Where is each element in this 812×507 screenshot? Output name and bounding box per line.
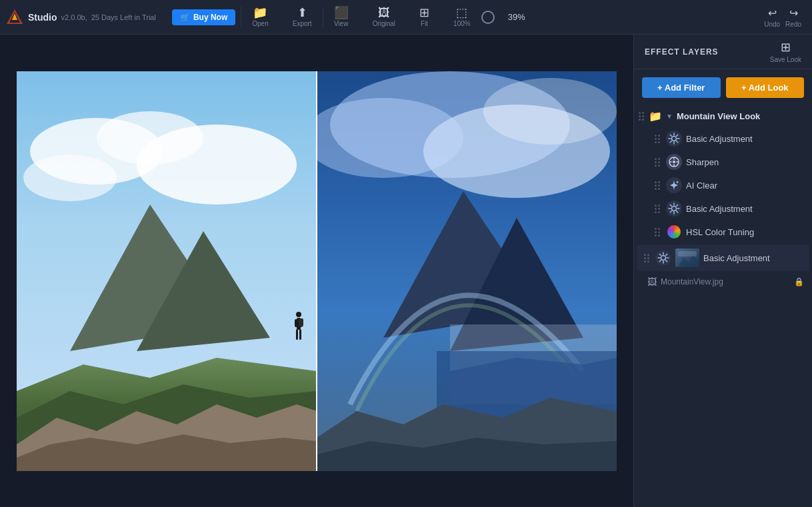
chevron-icon: ▼ — [666, 113, 673, 120]
export-button[interactable]: ⬆ Export — [287, 4, 317, 30]
svg-point-17 — [483, 78, 617, 145]
svg-point-35 — [672, 207, 677, 211]
svg-point-36 — [661, 256, 666, 260]
buy-now-button[interactable]: 🛒 Buy Now — [172, 9, 235, 25]
view-icon: ⬛ — [334, 7, 349, 19]
basic-adjustment-icon-2 — [666, 201, 682, 217]
processing-spinner — [481, 11, 495, 24]
active-look-row[interactable]: Basic Adjustment — [637, 245, 809, 271]
save-look-button[interactable]: ⊞ Save Look — [770, 40, 801, 63]
open-label: Open — [252, 20, 268, 27]
layer-drag-handle-5[interactable] — [653, 227, 662, 238]
sharpen-icon — [666, 154, 682, 170]
hsl-ring — [667, 225, 681, 239]
view-button[interactable]: ⬛ View — [329, 4, 354, 30]
svg-point-32 — [672, 137, 677, 141]
view-label: View — [334, 20, 349, 27]
svg-rect-31 — [299, 318, 303, 326]
add-look-button[interactable]: + Add Look — [726, 77, 805, 98]
toolbar-divider-2 — [323, 7, 323, 28]
side-panel: EFFECT LAYERS ⊞ Save Look + Add Filter +… — [633, 35, 812, 507]
active-look-gear-icon — [655, 250, 671, 266]
layer-label-hsl: HSL Color Tuning — [686, 227, 804, 237]
svg-point-25 — [296, 312, 301, 317]
fit-icon: ⊞ — [419, 7, 429, 19]
panel-action-buttons: + Add Filter + Add Look — [634, 69, 812, 106]
zoom-icon: ⬚ — [456, 7, 467, 19]
fit-label: Fit — [421, 20, 428, 27]
svg-rect-27 — [295, 319, 297, 327]
layer-label-sharpen: Sharpen — [686, 157, 804, 167]
buy-now-label: Buy Now — [193, 13, 227, 22]
original-icon: 🖼 — [378, 7, 390, 19]
original-label: Original — [373, 20, 395, 27]
zoom-100-button[interactable]: ⬚ 100% — [448, 4, 476, 30]
panel-header: EFFECT LAYERS ⊞ Save Look — [634, 35, 812, 69]
panel-title: EFFECT LAYERS — [645, 47, 719, 57]
file-tools: 📁 Open ⬆ Export — [247, 4, 317, 30]
svg-point-6 — [23, 155, 117, 201]
layer-drag-handle-1[interactable] — [653, 133, 662, 145]
basic-adjustment-icon-1 — [666, 131, 682, 147]
save-look-label: Save Look — [770, 56, 801, 63]
look-group-label: Mountain View Look — [677, 111, 807, 121]
look-group-drag-handle[interactable] — [637, 111, 646, 122]
redo-button[interactable]: ↪ Redo — [785, 7, 801, 28]
undo-button[interactable]: ↩ Undo — [764, 7, 780, 28]
layer-item-basic-adj-2[interactable]: Basic Adjustment — [637, 197, 809, 220]
main-area: EFFECT LAYERS ⊞ Save Look + Add Filter +… — [0, 35, 812, 507]
app-version: v2.0.0b, — [61, 13, 87, 21]
zoom-100-label: 100% — [453, 20, 471, 27]
hsl-icon — [666, 224, 682, 240]
toolbar-divider-1 — [241, 7, 241, 28]
app-name: Studio — [28, 12, 57, 23]
layer-drag-handle-3[interactable] — [653, 180, 662, 191]
active-look-label: Basic Adjustment — [703, 253, 804, 263]
layer-label-ai-clear: AI Clear — [686, 181, 804, 191]
view-tools: ⬛ View 🖼 Original ⊞ Fit ⬚ 100% — [329, 4, 476, 30]
layer-label-basic-adj-2: Basic Adjustment — [686, 204, 804, 214]
look-group-header[interactable]: 📁 ▼ Mountain View Look — [634, 106, 812, 127]
svg-point-5 — [137, 125, 297, 205]
add-filter-button[interactable]: + Add Filter — [642, 77, 721, 98]
layer-item-ai-clear[interactable]: AI Clear — [637, 174, 809, 197]
zoom-display: 39% — [508, 12, 525, 22]
layer-drag-handle-2[interactable] — [653, 157, 662, 168]
layers-list: 📁 ▼ Mountain View Look Basic Adjustm — [634, 106, 812, 507]
app-trial: 25 Days Left in Trial — [91, 13, 156, 21]
ai-clear-icon — [666, 177, 682, 193]
layer-drag-handle-4[interactable] — [653, 203, 662, 215]
fit-button[interactable]: ⊞ Fit — [414, 4, 435, 30]
layer-label-basic-adj-1: Basic Adjustment — [686, 134, 804, 144]
svg-rect-29 — [296, 329, 298, 340]
undo-icon: ↩ — [768, 7, 777, 19]
split-line[interactable] — [316, 71, 317, 471]
svg-point-34 — [673, 161, 675, 163]
layer-item-basic-adj-1[interactable]: Basic Adjustment — [637, 127, 809, 150]
active-look-thumbnail — [675, 249, 699, 267]
folder-icon: 📁 — [649, 110, 662, 123]
layer-item-sharpen[interactable]: Sharpen — [637, 151, 809, 173]
lock-icon: 🔒 — [794, 277, 804, 286]
layer-item-hsl[interactable]: HSL Color Tuning — [637, 221, 809, 243]
open-icon: 📁 — [253, 7, 267, 19]
canvas-before — [17, 71, 317, 471]
app-logo: Studio v2.0.0b, 25 Days Left in Trial — [5, 8, 156, 27]
original-button[interactable]: 🖼 Original — [367, 4, 401, 30]
logo-icon — [5, 8, 24, 27]
file-icon: 🖼 — [647, 276, 657, 287]
save-look-icon: ⊞ — [781, 40, 791, 55]
buy-now-icon: 🛒 — [180, 13, 190, 22]
source-file-row: 🖼 MountainView.jpg 🔒 — [637, 272, 809, 291]
export-icon: ⬆ — [297, 7, 307, 19]
redo-label: Redo — [785, 21, 801, 28]
export-label: Export — [293, 20, 312, 27]
toolbar: Studio v2.0.0b, 25 Days Left in Trial 🛒 … — [0, 0, 812, 35]
person-silhouette — [293, 311, 305, 343]
undo-redo-group: ↩ Undo ↪ Redo — [764, 7, 801, 28]
canvas-area — [0, 35, 633, 507]
active-look-drag-handle[interactable] — [642, 253, 651, 264]
redo-icon: ↪ — [789, 7, 798, 19]
open-button[interactable]: 📁 Open — [247, 4, 273, 30]
svg-rect-30 — [299, 329, 301, 340]
